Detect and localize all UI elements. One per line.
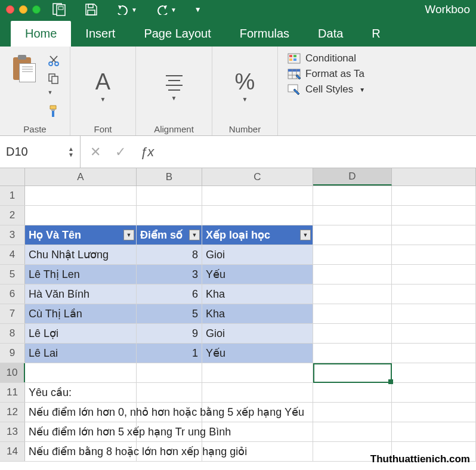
accept-formula-icon[interactable]: ✓ (115, 144, 126, 160)
cell-C9[interactable]: Yếu (202, 344, 313, 363)
qat-customize-icon[interactable]: ▼ (194, 5, 202, 14)
maximize-window-button[interactable] (32, 5, 41, 14)
select-all-corner[interactable] (0, 168, 25, 185)
cancel-formula-icon[interactable]: ✕ (90, 144, 101, 160)
row-header-3[interactable]: 3 (0, 225, 25, 245)
cell-A6[interactable]: Hà Văn Bính (25, 285, 137, 304)
cell-E9[interactable] (392, 344, 476, 363)
tab-data[interactable]: Data (304, 21, 357, 47)
cell-C8[interactable]: Gioi (202, 324, 313, 343)
cell-D11[interactable] (313, 383, 392, 402)
row-header-10[interactable]: 10 (0, 363, 25, 382)
cell-B8[interactable]: 9 (137, 324, 202, 343)
cell-styles-button[interactable]: Cell Styles ▼ (288, 84, 365, 95)
cell-E5[interactable] (392, 265, 476, 284)
col-header-A[interactable]: A (25, 168, 137, 185)
tab-review[interactable]: R (357, 21, 394, 47)
row-header-9[interactable]: 9 (0, 344, 25, 363)
row-header-1[interactable]: 1 (0, 186, 25, 205)
tab-page-layout[interactable]: Page Layout (129, 21, 225, 47)
minimize-window-button[interactable] (19, 5, 27, 14)
cell-C2[interactable] (202, 206, 313, 225)
cell-E3[interactable] (392, 225, 476, 245)
col-header-B[interactable]: B (137, 168, 202, 185)
row-header-4[interactable]: 4 (0, 245, 25, 264)
conditional-formatting-button[interactable]: Conditional (288, 52, 365, 64)
cell-D13[interactable] (313, 422, 392, 441)
cell-A8[interactable]: Lê Lợi (25, 324, 137, 343)
cell-D1[interactable] (313, 186, 392, 205)
cell-E2[interactable] (392, 206, 476, 225)
cell-C11[interactable] (202, 383, 313, 402)
cell-E8[interactable] (392, 324, 476, 343)
cell-A14[interactable]: Nếu điểm bằng 8 hoặc lớn hơn xếp hạng gi… (25, 442, 137, 461)
cell-D8[interactable] (313, 324, 392, 343)
number-dropdown[interactable]: % ▼ (227, 68, 264, 104)
cell-B7[interactable]: 5 (137, 304, 202, 323)
table-header-score[interactable]: Điểm số▼ (137, 225, 202, 245)
cell-D7[interactable] (313, 304, 392, 323)
tab-home[interactable]: Home (11, 21, 71, 47)
row-header-13[interactable]: 13 (0, 422, 25, 441)
cell-B5[interactable]: 3 (137, 265, 202, 284)
cell-E7[interactable] (392, 304, 476, 323)
cell-C10[interactable] (202, 363, 313, 382)
copy-button[interactable]: ▼ (48, 73, 60, 98)
cell-A13[interactable]: Nếu điểm lớn hơn 5 xếp hạng Tr ung Bình (25, 422, 137, 441)
name-box-spinner[interactable]: ▲▼ (68, 146, 74, 158)
spreadsheet-grid[interactable]: A B C D 1 2 3 Họ Và Tên▼ Điểm số▼ Xếp lo… (0, 168, 476, 462)
cell-D12[interactable] (313, 403, 392, 422)
cell-C6[interactable]: Kha (202, 285, 313, 304)
cell-A12[interactable]: Nếu điểm lớn hơn 0, nhỏ hơn hoặc bằng 5 … (25, 403, 137, 422)
cell-E4[interactable] (392, 245, 476, 264)
cell-D5[interactable] (313, 265, 392, 284)
row-header-7[interactable]: 7 (0, 304, 25, 323)
cell-D2[interactable] (313, 206, 392, 225)
cell-B9[interactable]: 1 (137, 344, 202, 363)
font-dropdown[interactable]: A ▼ (87, 68, 119, 104)
undo-icon[interactable]: ▼ (116, 4, 137, 15)
col-header-D[interactable]: D (313, 168, 392, 185)
format-painter-button[interactable] (48, 104, 60, 117)
cell-A4[interactable]: Chu Nhật Lương (25, 245, 137, 264)
cell-E1[interactable] (392, 186, 476, 205)
cell-A7[interactable]: Cù Thị Lần (25, 304, 137, 323)
row-header-5[interactable]: 5 (0, 265, 25, 284)
cell-D3[interactable] (313, 225, 392, 245)
paste-button[interactable] (7, 54, 42, 119)
row-header-14[interactable]: 14 (0, 442, 25, 461)
cut-button[interactable] (48, 55, 60, 67)
save-icon[interactable] (85, 3, 98, 16)
cell-C1[interactable] (202, 186, 313, 205)
row-header-6[interactable]: 6 (0, 285, 25, 304)
cell-B4[interactable]: 8 (137, 245, 202, 264)
cell-E12[interactable] (392, 403, 476, 422)
table-header-name[interactable]: Họ Và Tên▼ (25, 225, 137, 245)
cell-A1[interactable] (25, 186, 137, 205)
format-as-table-button[interactable]: Format as Ta (288, 68, 365, 80)
cell-D6[interactable] (313, 285, 392, 304)
cell-E11[interactable] (392, 383, 476, 402)
col-header-E[interactable] (392, 168, 476, 185)
alignment-dropdown[interactable]: ▼ (154, 70, 194, 103)
cell-C4[interactable]: Gioi (202, 245, 313, 264)
name-box[interactable]: D10 ▲▼ (0, 136, 81, 168)
table-header-grade[interactable]: Xếp loại học▼ (202, 225, 313, 245)
save-as-icon[interactable] (52, 3, 67, 16)
cell-B6[interactable]: 6 (137, 285, 202, 304)
close-window-button[interactable] (6, 5, 14, 14)
fx-icon[interactable]: ƒx (140, 144, 154, 160)
row-header-8[interactable]: 8 (0, 324, 25, 343)
tab-insert[interactable]: Insert (71, 21, 129, 47)
row-header-12[interactable]: 12 (0, 403, 25, 422)
cell-B10[interactable] (137, 363, 202, 382)
filter-button[interactable]: ▼ (189, 230, 200, 240)
col-header-C[interactable]: C (202, 168, 313, 185)
cell-B2[interactable] (137, 206, 202, 225)
filter-button[interactable]: ▼ (123, 230, 134, 240)
cell-A10[interactable] (25, 363, 137, 382)
cell-B11[interactable] (137, 383, 202, 402)
cell-A9[interactable]: Lê Lai (25, 344, 137, 363)
cell-C5[interactable]: Yếu (202, 265, 313, 284)
row-header-11[interactable]: 11 (0, 383, 25, 402)
